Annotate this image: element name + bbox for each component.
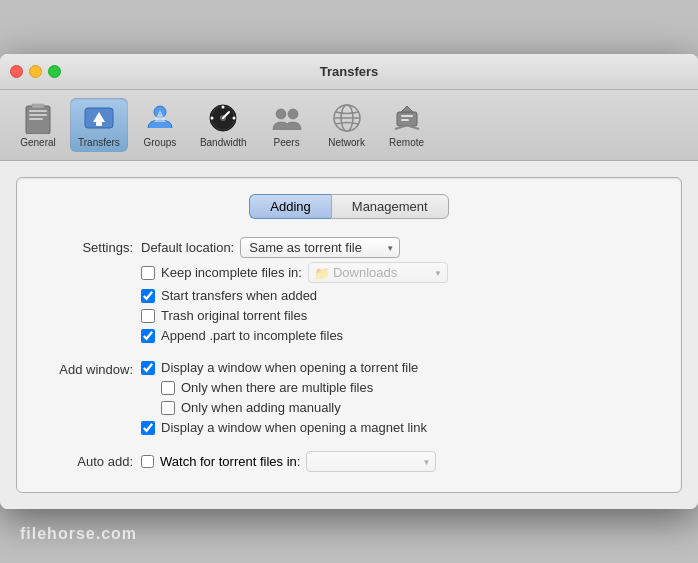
- default-location-content: Default location: Same as torrent file: [141, 237, 665, 258]
- adding-manually-label[interactable]: Only when adding manually: [181, 400, 341, 415]
- svg-rect-4: [32, 104, 44, 108]
- remote-label: Remote: [389, 137, 424, 148]
- peers-icon: [271, 102, 303, 134]
- svg-rect-7: [96, 122, 102, 126]
- svg-rect-24: [401, 115, 413, 117]
- keep-incomplete-checkbox[interactable]: [141, 266, 155, 280]
- display-magnet-label[interactable]: Display a window when opening a magnet l…: [161, 420, 427, 435]
- append-part-label[interactable]: Append .part to incomplete files: [161, 328, 343, 343]
- maximize-button[interactable]: [48, 65, 61, 78]
- trash-original-row: Trash original torrent files: [33, 308, 665, 323]
- svg-rect-3: [29, 118, 43, 120]
- watch-torrent-label[interactable]: Watch for torrent files in:: [160, 454, 300, 469]
- add-window-checkboxes: Display a window when opening a torrent …: [141, 360, 427, 435]
- toolbar-item-remote[interactable]: Remote: [379, 98, 435, 152]
- svg-point-15: [233, 117, 236, 120]
- toolbar-item-general[interactable]: General: [10, 98, 66, 152]
- close-button[interactable]: [10, 65, 23, 78]
- network-icon: [331, 102, 363, 134]
- remote-icon: [391, 102, 423, 134]
- svg-rect-2: [29, 114, 47, 116]
- auto-add-row: Auto add: Watch for torrent files in:: [33, 451, 665, 472]
- default-location-select[interactable]: Same as torrent file: [240, 237, 400, 258]
- general-icon: [22, 102, 54, 134]
- auto-add-label: Auto add:: [33, 454, 133, 469]
- add-window-row: Add window: Display a window when openin…: [33, 360, 665, 435]
- watermark: filehorse.com: [20, 525, 137, 543]
- watch-folder-select[interactable]: [306, 451, 436, 472]
- display-torrent-row: Display a window when opening a torrent …: [141, 360, 427, 375]
- svg-point-14: [222, 106, 225, 109]
- display-torrent-label[interactable]: Display a window when opening a torrent …: [161, 360, 418, 375]
- transfers-icon: [83, 102, 115, 134]
- svg-rect-25: [401, 119, 409, 121]
- settings-label: Settings:: [33, 240, 133, 255]
- network-label: Network: [328, 137, 365, 148]
- traffic-lights: [10, 65, 61, 78]
- toolbar-item-bandwidth[interactable]: Bandwidth: [192, 98, 255, 152]
- default-location-text: Default location:: [141, 240, 234, 255]
- display-magnet-row: Display a window when opening a magnet l…: [141, 420, 427, 435]
- peers-label: Peers: [274, 137, 300, 148]
- general-label: General: [20, 137, 56, 148]
- tab-management[interactable]: Management: [331, 194, 449, 219]
- toolbar-item-groups[interactable]: Groups: [132, 98, 188, 152]
- main-window: Transfers General: [0, 54, 698, 509]
- svg-marker-23: [401, 106, 413, 112]
- toolbar-item-peers[interactable]: Peers: [259, 98, 315, 152]
- append-part-row: Append .part to incomplete files: [33, 328, 665, 343]
- transfers-label: Transfers: [78, 137, 120, 148]
- trash-original-label[interactable]: Trash original torrent files: [161, 308, 307, 323]
- minimize-button[interactable]: [29, 65, 42, 78]
- groups-icon: [144, 102, 176, 134]
- toolbar-item-network[interactable]: Network: [319, 98, 375, 152]
- append-part-checkbox[interactable]: [141, 329, 155, 343]
- tabs-container: Adding Management: [33, 194, 665, 219]
- tab-adding[interactable]: Adding: [249, 194, 330, 219]
- default-location-row: Settings: Default location: Same as torr…: [33, 237, 665, 258]
- multiple-files-label[interactable]: Only when there are multiple files: [181, 380, 373, 395]
- trash-original-checkbox[interactable]: [141, 309, 155, 323]
- auto-add-content: Watch for torrent files in:: [141, 451, 665, 472]
- svg-point-18: [288, 109, 298, 119]
- toolbar: General Transfers Groups: [0, 90, 698, 161]
- bandwidth-label: Bandwidth: [200, 137, 247, 148]
- start-transfers-label[interactable]: Start transfers when added: [161, 288, 317, 303]
- svg-point-17: [276, 109, 286, 119]
- keep-incomplete-label[interactable]: Keep incomplete files in:: [161, 265, 302, 280]
- bandwidth-icon: [207, 102, 239, 134]
- svg-point-16: [211, 117, 214, 120]
- content-area: Adding Management Settings: Default loca…: [0, 161, 698, 509]
- svg-rect-1: [29, 110, 47, 112]
- window-title: Transfers: [320, 64, 379, 79]
- start-transfers-checkbox[interactable]: [141, 289, 155, 303]
- tab-panel: Adding Management Settings: Default loca…: [16, 177, 682, 493]
- adding-manually-row: Only when adding manually: [141, 400, 427, 415]
- watch-torrent-checkbox[interactable]: [141, 455, 154, 468]
- groups-label: Groups: [143, 137, 176, 148]
- downloads-folder-wrapper: Downloads 📁: [308, 262, 448, 283]
- multiple-files-checkbox[interactable]: [161, 381, 175, 395]
- keep-incomplete-row: Keep incomplete files in: Downloads 📁: [33, 262, 665, 283]
- toolbar-item-transfers[interactable]: Transfers: [70, 98, 128, 152]
- default-location-select-wrapper: Same as torrent file: [240, 237, 400, 258]
- display-torrent-checkbox[interactable]: [141, 361, 155, 375]
- start-transfers-row: Start transfers when added: [33, 288, 665, 303]
- adding-manually-checkbox[interactable]: [161, 401, 175, 415]
- watch-folder-wrapper: [306, 451, 436, 472]
- multiple-files-row: Only when there are multiple files: [141, 380, 427, 395]
- add-window-label: Add window:: [33, 360, 133, 377]
- display-magnet-checkbox[interactable]: [141, 421, 155, 435]
- titlebar: Transfers: [0, 54, 698, 90]
